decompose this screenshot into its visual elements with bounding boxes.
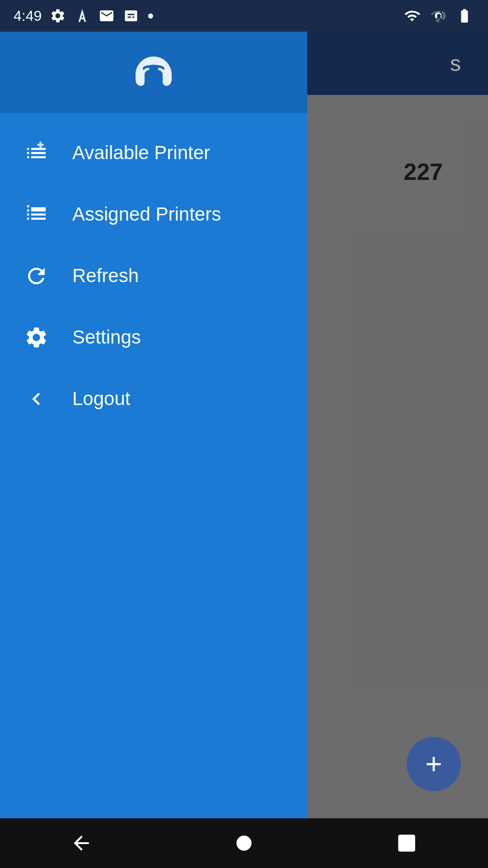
menu-item-assigned-printers-label: Assigned Printers — [72, 203, 221, 225]
back-arrow-icon — [23, 385, 50, 412]
status-left: 4:49 • — [14, 6, 154, 26]
wifi-icon — [402, 8, 422, 24]
a-status-icon — [74, 8, 90, 24]
status-right — [402, 8, 474, 24]
menu-item-assigned-printers[interactable]: Assigned Printers — [0, 184, 307, 245]
nav-drawer: Available Printer Assigned Printers Refr… — [0, 32, 307, 818]
fab-add-button[interactable]: + — [407, 737, 461, 791]
battery-icon — [455, 8, 474, 24]
nav-recent-icon — [395, 832, 418, 854]
status-bar: 4:49 • — [0, 0, 488, 32]
fab-plus-icon: + — [425, 750, 442, 778]
menu-item-refresh[interactable]: Refresh — [0, 245, 307, 307]
dot-indicator: • — [147, 6, 154, 26]
bottom-nav — [0, 818, 488, 868]
nav-home-icon — [233, 832, 255, 854]
svg-point-0 — [236, 835, 251, 850]
nav-home-button[interactable] — [215, 827, 273, 859]
menu-item-settings-label: Settings — [72, 326, 141, 348]
menu-item-logout-label: Logout — [72, 388, 130, 410]
menu-item-available-printer[interactable]: Available Printer — [0, 122, 307, 184]
list-view-icon — [23, 201, 50, 228]
menu-item-available-printer-label: Available Printer — [72, 142, 210, 164]
svg-rect-1 — [398, 835, 415, 852]
gmail-status-icon — [99, 8, 115, 24]
nav-back-icon — [70, 832, 93, 854]
nav-recent-button[interactable] — [377, 827, 436, 859]
menu-item-refresh-label: Refresh — [72, 265, 139, 287]
signal-icon — [429, 8, 447, 24]
app-logo-icon — [131, 52, 176, 93]
menu-item-settings[interactable]: Settings — [0, 307, 307, 368]
list-add-icon — [23, 139, 50, 166]
menu-list: Available Printer Assigned Printers Refr… — [0, 113, 307, 818]
menu-item-logout[interactable]: Logout — [0, 368, 307, 429]
nav-back-button[interactable] — [52, 827, 111, 859]
settings-status-icon — [50, 8, 66, 24]
sim-status-icon — [123, 8, 139, 24]
time-display: 4:49 — [14, 8, 42, 24]
drawer-header — [0, 32, 307, 113]
refresh-icon — [23, 262, 50, 289]
gear-icon — [23, 324, 50, 351]
